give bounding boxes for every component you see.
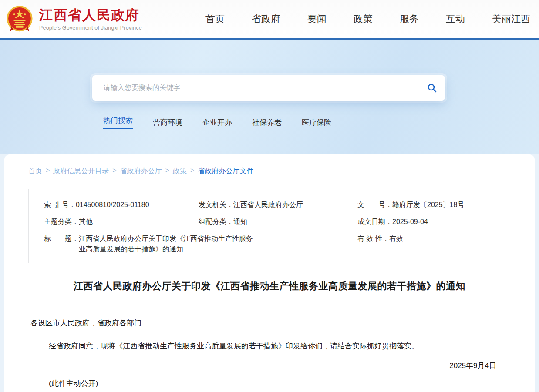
meta-group-category: 组配分类：通知 [199,217,357,227]
document-meta-table: 索 引 号：014500810/2025-01180 发文机关：江西省人民政府办… [28,189,509,263]
site-header: 江西省人民政府 People's Government of Jiangxi P… [0,0,539,38]
meta-issuing-agency: 发文机关：江西省人民政府办公厅 [199,200,357,210]
meta-group-value: 通知 [233,218,247,225]
hot-search-label[interactable]: 热门搜索 [103,115,133,129]
meta-issue-date: 成文日期：2025-09-04 [357,217,501,227]
search-banner: 热门搜索 营商环境 企业开办 社保养老 医疗保险 [0,38,539,154]
meta-validity-label: 有 效 性： [357,235,389,242]
search-button[interactable] [419,75,445,101]
nav-interaction[interactable]: 互动 [446,13,465,26]
document-salutation: 各设区市人民政府，省政府各部门： [30,317,509,329]
meta-index-label: 索 引 号： [44,201,76,208]
meta-date-value: 2025-09-04 [392,218,428,225]
hot-link-medical-insurance[interactable]: 医疗保险 [302,117,331,127]
breadcrumb-home[interactable]: 首页 [28,167,42,176]
hot-search-row: 热门搜索 营商环境 企业开办 社保养老 医疗保险 [103,115,539,129]
breadcrumb-current[interactable]: 省政府办公厅文件 [198,167,253,176]
site-subtitle: People's Government of Jiangxi Province [39,25,142,31]
meta-theme-value: 其他 [79,218,93,225]
breadcrumb-separator: > [190,167,194,176]
meta-docnum-value: 赣府厅发〔2025〕18号 [392,201,464,208]
main-nav: 首页 省政府 要闻 政策 服务 互动 美丽江西 [205,13,530,26]
meta-issuer-label: 发文机关： [199,201,233,208]
meta-title-value: 江西省人民政府办公厅关于印发《江西省推动生产性服务业高质量发展的若干措施》的通知 [79,234,253,254]
nav-home[interactable]: 首页 [205,13,225,26]
meta-validity: 有 效 性：有效 [357,234,501,254]
search-box [92,75,445,101]
meta-docnum-label: 文 号： [357,201,392,208]
breadcrumb-policy[interactable]: 政策 [173,167,187,176]
meta-title-label: 标 题： [44,235,79,242]
breadcrumb-separator: > [165,167,169,176]
meta-date-label: 成文日期： [357,218,392,225]
search-icon [427,83,437,93]
breadcrumb-info-directory[interactable]: 政府信息公开目录 [53,167,109,176]
meta-theme-label: 主题分类： [44,218,79,225]
document-date: 2025年9月4日 [30,361,496,371]
document-note: (此件主动公开) [30,379,509,389]
meta-theme-category: 主题分类：其他 [44,217,199,227]
meta-document-number: 文 号：赣府厅发〔2025〕18号 [357,200,501,210]
meta-document-title: 标 题：江西省人民政府办公厅关于印发《江西省推动生产性服务业高质量发展的若干措施… [44,234,357,254]
document-paragraph: 经省政府同意，现将《江西省推动生产性服务业高质量发展的若干措施》印发给你们，请结… [30,340,509,352]
meta-index-number: 索 引 号：014500810/2025-01180 [44,200,199,210]
hot-link-company-registration[interactable]: 企业开办 [202,117,232,127]
hot-link-social-security[interactable]: 社保养老 [252,117,282,127]
meta-issuer-value: 江西省人民政府办公厅 [233,201,303,208]
meta-index-value: 014500810/2025-01180 [76,201,149,208]
breadcrumb-separator: > [112,167,116,176]
content-card: 首页 > 政府信息公开目录 > 省政府办公厅 > 政策 > 省政府办公厅文件 索… [4,154,535,392]
national-emblem-icon [6,5,33,33]
document-body: 江西省人民政府办公厅关于印发《江西省推动生产性服务业高质量发展的若干措施》的通知… [24,280,509,389]
nav-beautiful-jiangxi[interactable]: 美丽江西 [492,13,530,26]
nav-services[interactable]: 服务 [400,13,419,26]
search-input[interactable] [92,84,419,92]
meta-validity-value: 有效 [389,235,403,242]
meta-group-label: 组配分类： [199,218,233,225]
document-title: 江西省人民政府办公厅关于印发《江西省推动生产性服务业高质量发展的若干措施》的通知 [30,280,509,293]
breadcrumb-general-office[interactable]: 省政府办公厅 [120,167,162,176]
nav-news[interactable]: 要闻 [307,13,327,26]
nav-provincial-government[interactable]: 省政府 [252,13,280,26]
breadcrumb-separator: > [46,167,50,176]
site-title: 江西省人民政府 [39,7,142,23]
breadcrumb: 首页 > 政府信息公开目录 > 省政府办公厅 > 政策 > 省政府办公厅文件 [24,167,509,176]
nav-policy[interactable]: 政策 [354,13,373,26]
site-title-block: 江西省人民政府 People's Government of Jiangxi P… [39,7,142,31]
hot-link-business-environment[interactable]: 营商环境 [153,117,182,127]
site-logo[interactable]: 江西省人民政府 People's Government of Jiangxi P… [6,5,142,33]
